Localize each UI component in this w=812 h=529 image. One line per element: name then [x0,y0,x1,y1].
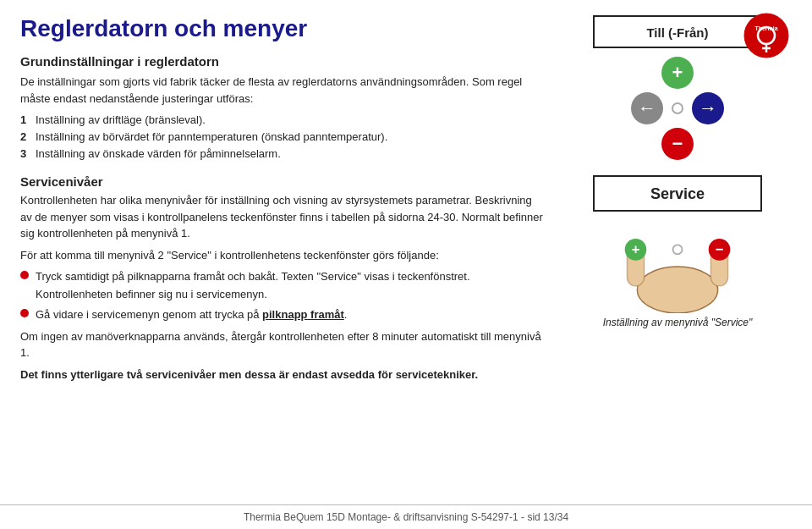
svg-point-5 [637,267,717,313]
service-label: Service [650,185,705,202]
list-item: Gå vidare i servicemenyn genom att tryck… [20,306,546,323]
minus-button[interactable]: − [661,128,694,160]
right-column: Till (-Från) + ← → − [563,15,792,496]
numbered-list: 1 Inställning av driftläge (bränsleval).… [20,112,546,163]
plus-row: + [661,57,694,89]
section1-intro: De inställningar som gjorts vid fabrik t… [20,74,546,107]
page-title: Reglerdatorn och menyer [20,15,546,42]
svg-text:−: − [716,241,724,256]
section1-title: Grundinställningar i reglerdatorn [20,54,546,69]
top-control-diagram: + ← → − [631,57,724,160]
section2-p2: För att komma till menynivå 2 "Service" … [20,247,546,264]
right-button[interactable]: → [692,92,724,124]
footer-text: Thermia BeQuem 15D Montage- & driftsanvi… [244,511,568,523]
finger-illustration: + − [597,220,758,313]
list-item: Tryck samtidigt på pilknapparna framåt o… [20,268,546,302]
list-item: 3 Inställning av önskade värden för påmi… [20,146,546,163]
footer: Thermia BeQuem 15D Montage- & driftsanvi… [0,504,812,529]
section2-title: Servicenivåer [20,174,546,189]
top-panel-box: Till (-Från) [593,15,762,48]
page: Thermia Reglerdatorn och menyer Grundins… [0,0,812,529]
auto-return-text: Om ingen av manöverknapparna används, åt… [20,328,546,361]
bullet-icon [20,309,29,317]
left-column: Reglerdatorn och menyer Grundinställning… [20,15,563,496]
top-panel-label: Till (-Från) [646,25,708,40]
main-content: Reglerdatorn och menyer Grundinställning… [0,0,812,504]
center-dot [672,102,683,114]
thermia-logo: Thermia [741,10,792,61]
finger-caption: Inställning av menynivå "Service" [603,317,753,328]
list-item: 1 Inställning av driftläge (bränsleval). [20,112,546,129]
service-box: Service [593,175,762,212]
finger-diagram-area: + − Inställning av menynivå "Service" [593,220,762,328]
list-item: 2 Inställning av börvärdet för panntempe… [20,129,546,146]
minus-row: − [661,128,694,160]
bullet-icon [20,271,29,279]
final-note: Det finns ytterligare två servicenivåer … [20,366,546,383]
left-button[interactable]: ← [631,92,663,124]
svg-text:+: + [632,241,640,256]
plus-button[interactable]: + [661,57,694,89]
svg-point-12 [673,245,683,254]
nav-row: ← → [631,92,724,124]
bullet-list: Tryck samtidigt på pilknapparna framåt o… [20,268,546,322]
section2-intro: Kontrollenheten har olika menynivåer för… [20,192,546,242]
